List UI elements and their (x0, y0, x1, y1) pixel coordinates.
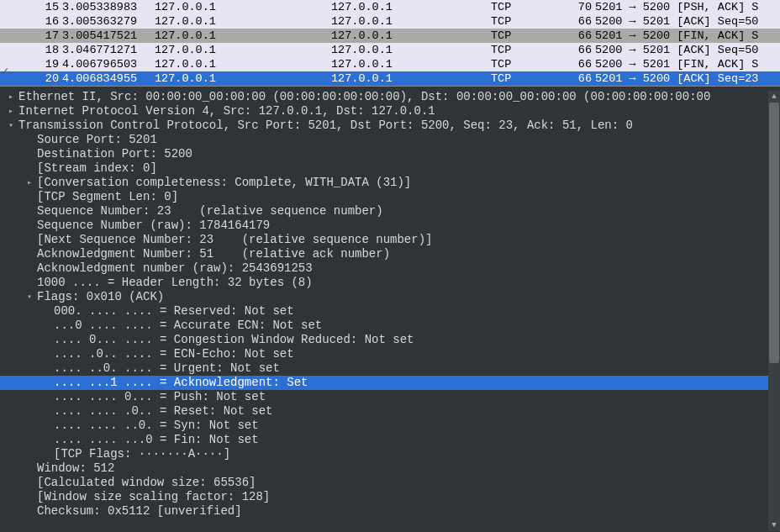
tree-flag-ack[interactable]: .... ...1 .... = Acknowledgment: Set (0, 376, 780, 390)
tree-ip[interactable]: ▸ Internet Protocol Version 4, Src: 127.… (0, 104, 780, 119)
tree-hdr-len[interactable]: 1000 .... = Header Length: 32 bytes (8) (0, 276, 780, 290)
tree-label: Ethernet II, Src: 00:00:00_00:00:00 (00:… (18, 90, 780, 104)
tree-flag-cwr[interactable]: .... 0... .... = Congestion Window Reduc… (0, 333, 780, 347)
packet-cell: 127.0.0.1 (155, 0, 331, 14)
tree-checksum[interactable]: Checksum: 0x5112 [unverified] (0, 504, 780, 519)
tree-seq-num-raw[interactable]: Sequence Number (raw): 1784164179 (0, 219, 780, 233)
tree-calc-win[interactable]: [Calculated window size: 65536] (0, 476, 780, 490)
tree-label: .... .... ..0. = Syn: Not set (54, 419, 780, 433)
packet-details: ▸ Ethernet II, Src: 00:00:00_00:00:00 (0… (0, 87, 780, 527)
tree-label: [Calculated window size: 65536] (37, 476, 780, 490)
packet-cell: 3.046771271 (62, 43, 155, 57)
tree-label: .... ...1 .... = Acknowledgment: Set (54, 376, 780, 390)
chevron-right-icon[interactable]: ▸ (3, 104, 18, 119)
tree-label: 000. .... .... = Reserved: Not set (54, 304, 780, 319)
packet-cell: 127.0.0.1 (155, 71, 331, 86)
scroll-down-icon[interactable]: ▼ (768, 519, 780, 531)
tree-label: .... .0.. .... = ECN-Echo: Not set (54, 347, 780, 361)
tree-flag-reserved[interactable]: 000. .... .... = Reserved: Not set (0, 304, 780, 319)
tree-flag-ece[interactable]: .... .0.. .... = ECN-Echo: Not set (0, 347, 780, 361)
tree-label: .... .... 0... = Push: Not set (54, 390, 780, 404)
tree-label: [Next Sequence Number: 23 (relative sequ… (37, 233, 780, 247)
packet-cell: 3.005363279 (62, 14, 155, 29)
packet-row[interactable]: 153.005338983127.0.0.1127.0.0.1TCP705201… (0, 0, 780, 14)
tree-label: .... ..0. .... = Urgent: Not set (54, 361, 780, 376)
packet-cell: 66 (558, 71, 595, 86)
tree-label: Internet Protocol Version 4, Src: 127.0.… (18, 104, 780, 119)
tree-dst-port[interactable]: Destination Port: 5200 (0, 147, 780, 161)
packet-cell: 66 (558, 14, 595, 29)
packet-row[interactable]: 194.006796503127.0.0.1127.0.0.1TCP665200… (0, 57, 780, 71)
packet-cell: 20 (3, 71, 62, 86)
chevron-down-icon[interactable]: ▾ (3, 119, 18, 133)
tree-flag-urg[interactable]: .... ..0. .... = Urgent: Not set (0, 361, 780, 376)
packet-cell: 5200 → 5201 [ACK] Seq=50 (595, 14, 777, 29)
chevron-right-icon[interactable]: ▸ (3, 90, 18, 104)
packet-cell: 127.0.0.1 (331, 57, 491, 71)
packet-row[interactable]: 204.006834955127.0.0.1127.0.0.1TCP665201… (0, 71, 780, 86)
packet-cell: 66 (558, 57, 595, 71)
packet-cell: TCP (491, 71, 558, 86)
packet-cell: 127.0.0.1 (331, 29, 491, 43)
tree-label: Checksum: 0x5112 [unverified] (37, 504, 780, 519)
tree-flag-fin[interactable]: .... .... ...0 = Fin: Not set (0, 433, 780, 447)
packet-cell: 127.0.0.1 (155, 29, 331, 43)
packet-cell: 127.0.0.1 (331, 14, 491, 29)
tree-next-seq[interactable]: [Next Sequence Number: 23 (relative sequ… (0, 233, 780, 247)
scrollbar-vertical[interactable]: ▲ ▼ (768, 91, 780, 531)
packet-cell: 127.0.0.1 (155, 57, 331, 71)
packet-cell: TCP (491, 57, 558, 71)
packet-cell: 127.0.0.1 (331, 71, 491, 86)
tree-label: [Stream index: 0] (37, 161, 780, 176)
scrollbar-thumb[interactable] (769, 103, 779, 363)
tree-label: ...0 .... .... = Accurate ECN: Not set (54, 319, 780, 333)
tree-tcp[interactable]: ▾ Transmission Control Protocol, Src Por… (0, 119, 780, 133)
tree-label: Source Port: 5201 (37, 133, 780, 147)
packet-cell: 4.006834955 (62, 71, 155, 86)
tree-flags[interactable]: ▾Flags: 0x010 (ACK) (0, 290, 780, 304)
tree-flag-accecn[interactable]: ...0 .... .... = Accurate ECN: Not set (0, 319, 780, 333)
tree-window[interactable]: Window: 512 (0, 461, 780, 476)
packet-cell: 66 (558, 43, 595, 57)
tree-flag-psh[interactable]: .... .... 0... = Push: Not set (0, 390, 780, 404)
tree-ack-num[interactable]: Acknowledgment Number: 51 (relative ack … (0, 247, 780, 261)
packet-cell: 17 (3, 29, 62, 43)
tree-label: 1000 .... = Header Length: 32 bytes (8) (37, 276, 780, 290)
tree-ack-num-raw[interactable]: Acknowledgment number (raw): 2543691253 (0, 261, 780, 276)
packet-cell: 18 (3, 43, 62, 57)
packet-cell: 127.0.0.1 (155, 14, 331, 29)
tree-label: .... 0... .... = Congestion Window Reduc… (54, 333, 780, 347)
packet-row[interactable]: 173.005417521127.0.0.1127.0.0.1TCP665201… (0, 29, 780, 43)
tree-flag-syn[interactable]: .... .... ..0. = Syn: Not set (0, 419, 780, 433)
tree-stream-index[interactable]: [Stream index: 0] (0, 161, 780, 176)
tree-label: [Conversation completeness: Complete, WI… (37, 176, 780, 190)
packet-cell: 4.006796503 (62, 57, 155, 71)
packet-cell: 5200 → 5201 [ACK] Seq=50 (595, 43, 777, 57)
scroll-up-icon[interactable]: ▲ (768, 91, 780, 103)
chevron-right-icon[interactable]: ▸ (22, 176, 37, 190)
check-mark-icon: ✓ (2, 64, 8, 78)
tree-label: Flags: 0x010 (ACK) (37, 290, 780, 304)
packet-row[interactable]: 183.046771271127.0.0.1127.0.0.1TCP665200… (0, 43, 780, 57)
tree-seq-num[interactable]: Sequence Number: 23 (relative sequence n… (0, 204, 780, 219)
tree-conv-complete[interactable]: ▸[Conversation completeness: Complete, W… (0, 176, 780, 190)
packet-list: 153.005338983127.0.0.1127.0.0.1TCP705201… (0, 0, 780, 87)
packet-row[interactable]: 163.005363279127.0.0.1127.0.0.1TCP665200… (0, 14, 780, 29)
tree-flag-rst[interactable]: .... .... .0.. = Reset: Not set (0, 404, 780, 419)
tree-label: [Window size scaling factor: 128] (37, 490, 780, 504)
packet-cell: 66 (558, 29, 595, 43)
packet-cell: 16 (3, 14, 62, 29)
tree-label: Acknowledgment Number: 51 (relative ack … (37, 247, 780, 261)
tree-tcp-flags-str[interactable]: [TCP Flags: ·······A····] (0, 447, 780, 461)
packet-cell: 5201 → 5200 [FIN, ACK] S (595, 29, 777, 43)
tree-win-scale[interactable]: [Window size scaling factor: 128] (0, 490, 780, 504)
packet-cell: TCP (491, 0, 558, 14)
tree-label: Acknowledgment number (raw): 2543691253 (37, 261, 780, 276)
chevron-down-icon[interactable]: ▾ (22, 290, 37, 304)
packet-cell: 3.005417521 (62, 29, 155, 43)
tree-ethernet[interactable]: ▸ Ethernet II, Src: 00:00:00_00:00:00 (0… (0, 90, 780, 104)
tree-src-port[interactable]: Source Port: 5201 (0, 133, 780, 147)
packet-cell: 15 (3, 0, 62, 14)
packet-cell: 5201 → 5200 [PSH, ACK] S (595, 0, 777, 14)
tree-seg-len[interactable]: [TCP Segment Len: 0] (0, 190, 780, 204)
